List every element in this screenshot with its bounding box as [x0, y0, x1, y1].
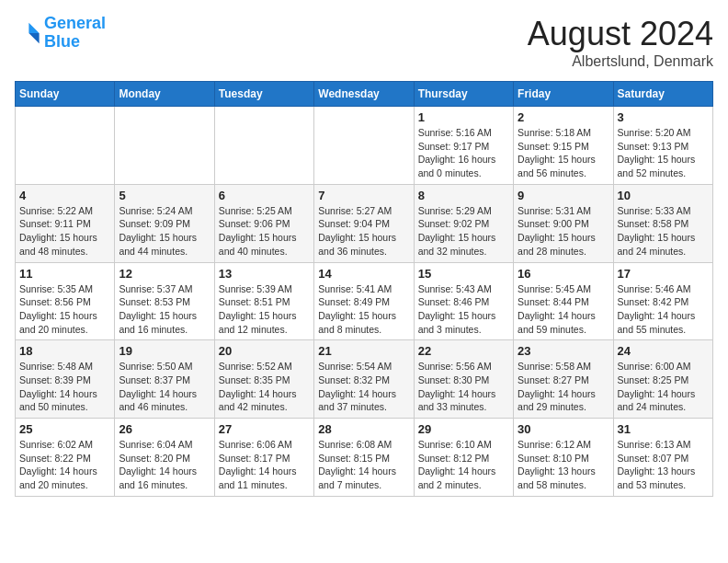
svg-marker-0 — [28, 23, 39, 33]
day-number: 10 — [618, 189, 709, 202]
day-info: Sunrise: 6:02 AM Sunset: 8:22 PM Dayligh… — [19, 438, 110, 492]
calendar-day-cell: 22Sunrise: 5:56 AM Sunset: 8:30 PM Dayli… — [414, 340, 513, 419]
calendar-day-cell: 23Sunrise: 5:58 AM Sunset: 8:27 PM Dayli… — [514, 340, 613, 419]
day-number: 11 — [19, 267, 110, 281]
day-number: 1 — [418, 110, 509, 124]
calendar-day-cell: 21Sunrise: 5:54 AM Sunset: 8:32 PM Dayli… — [314, 340, 414, 419]
day-info: Sunrise: 5:29 AM Sunset: 9:02 PM Dayligh… — [418, 204, 509, 259]
day-number: 18 — [19, 344, 110, 358]
day-info: Sunrise: 5:41 AM Sunset: 8:49 PM Dayligh… — [318, 282, 409, 337]
day-info: Sunrise: 5:45 AM Sunset: 8:44 PM Dayligh… — [518, 282, 609, 337]
day-info: Sunrise: 5:48 AM Sunset: 8:39 PM Dayligh… — [19, 360, 110, 414]
day-info: Sunrise: 6:08 AM Sunset: 8:15 PM Dayligh… — [318, 438, 409, 492]
title-area: August 2024 Albertslund, Denmark — [528, 15, 713, 70]
day-number: 29 — [418, 422, 509, 436]
day-info: Sunrise: 5:58 AM Sunset: 8:27 PM Dayligh… — [518, 360, 609, 414]
day-number: 22 — [418, 344, 509, 358]
day-info: Sunrise: 5:25 AM Sunset: 9:06 PM Dayligh… — [219, 204, 310, 259]
day-number: 20 — [219, 344, 310, 358]
day-info: Sunrise: 5:54 AM Sunset: 8:32 PM Dayligh… — [318, 360, 409, 414]
calendar-day-cell: 25Sunrise: 6:02 AM Sunset: 8:22 PM Dayli… — [16, 419, 115, 497]
day-number: 17 — [618, 267, 709, 281]
day-number: 28 — [318, 422, 409, 436]
calendar-day-cell: 20Sunrise: 5:52 AM Sunset: 8:35 PM Dayli… — [214, 340, 313, 419]
calendar-week-row: 4Sunrise: 5:22 AM Sunset: 9:11 PM Daylig… — [16, 184, 713, 262]
calendar-day-cell: 28Sunrise: 6:08 AM Sunset: 8:15 PM Dayli… — [314, 419, 414, 497]
header-row: SundayMondayTuesdayWednesdayThursdayFrid… — [16, 82, 713, 107]
calendar-day-cell: 19Sunrise: 5:50 AM Sunset: 8:37 PM Dayli… — [115, 340, 214, 419]
month-title: August 2024 — [528, 15, 713, 53]
day-number: 27 — [219, 422, 310, 436]
calendar-day-cell: 14Sunrise: 5:41 AM Sunset: 8:49 PM Dayli… — [314, 262, 414, 340]
day-number: 24 — [618, 344, 709, 358]
day-info: Sunrise: 5:18 AM Sunset: 9:15 PM Dayligh… — [518, 126, 609, 180]
day-number: 25 — [19, 422, 110, 436]
day-number: 19 — [119, 344, 210, 358]
day-number: 6 — [219, 189, 310, 202]
day-number: 21 — [318, 344, 409, 358]
day-number: 13 — [219, 267, 310, 281]
logo: General Blue — [15, 15, 106, 52]
day-info: Sunrise: 6:12 AM Sunset: 8:10 PM Dayligh… — [518, 438, 609, 492]
day-info: Sunrise: 5:33 AM Sunset: 8:58 PM Dayligh… — [618, 204, 709, 259]
calendar-day-cell: 5Sunrise: 5:24 AM Sunset: 9:09 PM Daylig… — [115, 184, 214, 262]
day-info: Sunrise: 6:04 AM Sunset: 8:20 PM Dayligh… — [119, 438, 210, 492]
calendar-day-cell: 12Sunrise: 5:37 AM Sunset: 8:53 PM Dayli… — [115, 262, 214, 340]
day-info: Sunrise: 5:46 AM Sunset: 8:42 PM Dayligh… — [618, 282, 709, 337]
calendar-day-cell: 30Sunrise: 6:12 AM Sunset: 8:10 PM Dayli… — [514, 419, 613, 497]
calendar-day-cell: 29Sunrise: 6:10 AM Sunset: 8:12 PM Dayli… — [414, 419, 513, 497]
weekday-header: Thursday — [414, 82, 513, 107]
calendar-day-cell: 26Sunrise: 6:04 AM Sunset: 8:20 PM Dayli… — [115, 419, 214, 497]
calendar-day-cell: 9Sunrise: 5:31 AM Sunset: 9:00 PM Daylig… — [514, 184, 613, 262]
day-info: Sunrise: 6:13 AM Sunset: 8:07 PM Dayligh… — [618, 438, 709, 492]
calendar-week-row: 18Sunrise: 5:48 AM Sunset: 8:39 PM Dayli… — [16, 340, 713, 419]
weekday-header: Sunday — [16, 82, 115, 107]
calendar-day-cell: 27Sunrise: 6:06 AM Sunset: 8:17 PM Dayli… — [214, 419, 313, 497]
page-header: General Blue August 2024 Albertslund, De… — [15, 15, 713, 70]
calendar-table: SundayMondayTuesdayWednesdayThursdayFrid… — [15, 81, 713, 497]
day-info: Sunrise: 5:39 AM Sunset: 8:51 PM Dayligh… — [219, 282, 310, 337]
calendar-day-cell: 1Sunrise: 5:16 AM Sunset: 9:17 PM Daylig… — [414, 107, 513, 185]
day-info: Sunrise: 5:35 AM Sunset: 8:56 PM Dayligh… — [19, 282, 110, 337]
day-info: Sunrise: 5:24 AM Sunset: 9:09 PM Dayligh… — [119, 204, 210, 259]
weekday-header: Saturday — [613, 82, 712, 107]
calendar-week-row: 25Sunrise: 6:02 AM Sunset: 8:22 PM Dayli… — [16, 419, 713, 497]
calendar-day-cell: 15Sunrise: 5:43 AM Sunset: 8:46 PM Dayli… — [414, 262, 513, 340]
calendar-day-cell: 11Sunrise: 5:35 AM Sunset: 8:56 PM Dayli… — [16, 262, 115, 340]
day-number: 16 — [518, 267, 609, 281]
logo-icon — [15, 20, 40, 46]
day-number: 23 — [518, 344, 609, 358]
calendar-day-cell: 6Sunrise: 5:25 AM Sunset: 9:06 PM Daylig… — [214, 184, 313, 262]
day-info: Sunrise: 5:43 AM Sunset: 8:46 PM Dayligh… — [418, 282, 509, 337]
calendar-day-cell — [314, 107, 414, 185]
calendar-day-cell: 18Sunrise: 5:48 AM Sunset: 8:39 PM Dayli… — [16, 340, 115, 419]
calendar-day-cell: 7Sunrise: 5:27 AM Sunset: 9:04 PM Daylig… — [314, 184, 414, 262]
day-number: 30 — [518, 422, 609, 436]
calendar-day-cell: 8Sunrise: 5:29 AM Sunset: 9:02 PM Daylig… — [414, 184, 513, 262]
day-number: 9 — [518, 189, 609, 202]
location: Albertslund, Denmark — [528, 53, 713, 70]
calendar-week-row: 1Sunrise: 5:16 AM Sunset: 9:17 PM Daylig… — [16, 107, 713, 185]
weekday-header: Tuesday — [214, 82, 313, 107]
weekday-header: Friday — [514, 82, 613, 107]
calendar-day-cell: 24Sunrise: 6:00 AM Sunset: 8:25 PM Dayli… — [613, 340, 712, 419]
day-info: Sunrise: 5:22 AM Sunset: 9:11 PM Dayligh… — [19, 204, 110, 259]
day-number: 5 — [119, 189, 210, 202]
calendar-day-cell: 10Sunrise: 5:33 AM Sunset: 8:58 PM Dayli… — [613, 184, 712, 262]
calendar-week-row: 11Sunrise: 5:35 AM Sunset: 8:56 PM Dayli… — [16, 262, 713, 340]
day-info: Sunrise: 6:10 AM Sunset: 8:12 PM Dayligh… — [418, 438, 509, 492]
day-number: 15 — [418, 267, 509, 281]
calendar-day-cell: 16Sunrise: 5:45 AM Sunset: 8:44 PM Dayli… — [514, 262, 613, 340]
day-number: 12 — [119, 267, 210, 281]
calendar-day-cell: 31Sunrise: 6:13 AM Sunset: 8:07 PM Dayli… — [613, 419, 712, 497]
day-info: Sunrise: 5:27 AM Sunset: 9:04 PM Dayligh… — [318, 204, 409, 259]
day-number: 26 — [119, 422, 210, 436]
day-number: 14 — [318, 267, 409, 281]
day-info: Sunrise: 6:06 AM Sunset: 8:17 PM Dayligh… — [219, 438, 310, 492]
day-info: Sunrise: 5:20 AM Sunset: 9:13 PM Dayligh… — [618, 126, 709, 180]
calendar-day-cell: 3Sunrise: 5:20 AM Sunset: 9:13 PM Daylig… — [613, 107, 712, 185]
day-info: Sunrise: 5:16 AM Sunset: 9:17 PM Dayligh… — [418, 126, 509, 180]
weekday-header: Wednesday — [314, 82, 414, 107]
day-number: 7 — [318, 189, 409, 202]
logo-text: General Blue — [44, 15, 106, 52]
